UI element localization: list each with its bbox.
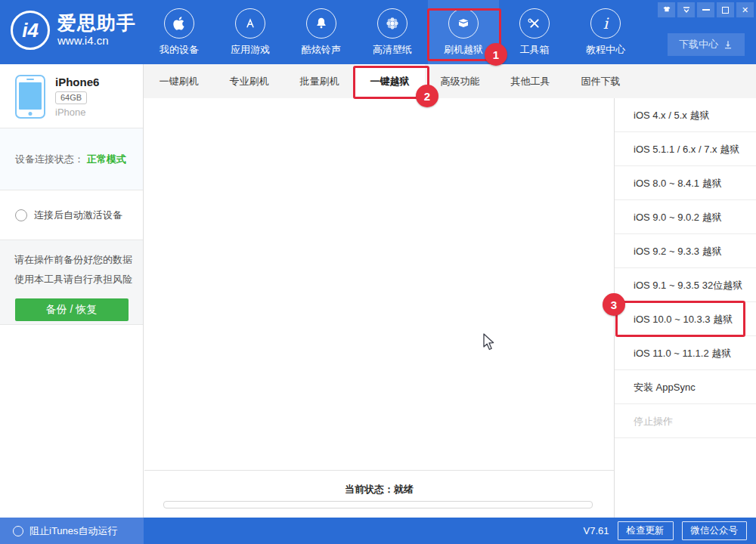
window-controls: ✕ bbox=[658, 2, 754, 17]
check-update-button[interactable]: 检查更新 bbox=[618, 521, 674, 540]
list-item-ios9-1-32bit[interactable]: iOS 9.1 ~ 9.3.5 32位越狱 bbox=[615, 268, 756, 302]
wechat-official-button[interactable]: 微信公众号 bbox=[682, 521, 748, 540]
nav-label: 我的设备 bbox=[160, 43, 199, 57]
connection-status-label: 设备连接状态： bbox=[15, 153, 84, 166]
app-title: 爱思助手 bbox=[57, 13, 136, 33]
list-item-install-appsync[interactable]: 安装 AppSync bbox=[615, 370, 756, 404]
app-logo: i4 爱思助手 www.i4.cn bbox=[11, 11, 136, 50]
list-item-ios9-2[interactable]: iOS 9.2 ~ 9.3.3 越狱 bbox=[615, 234, 756, 268]
nav-item-tutorials[interactable]: i 教程中心 bbox=[570, 0, 641, 64]
close-icon[interactable]: ✕ bbox=[736, 2, 754, 17]
download-icon bbox=[723, 39, 733, 50]
maximize-icon[interactable] bbox=[717, 2, 734, 17]
list-item-ios8[interactable]: iOS 8.0 ~ 8.4.1 越狱 bbox=[615, 166, 756, 200]
flower-icon bbox=[377, 8, 407, 39]
minimize-icon[interactable] bbox=[697, 2, 714, 17]
connection-status-value: 正常模式 bbox=[87, 153, 126, 166]
nav-label: 刷机越狱 bbox=[444, 43, 483, 57]
list-item-ios5-6-7[interactable]: iOS 5.1.1 / 6.x / 7.x 越狱 bbox=[615, 132, 756, 166]
main-nav: 我的设备 应用游戏 酷炫铃声 高清壁纸 bbox=[144, 0, 641, 64]
iphone-icon bbox=[15, 75, 45, 119]
block-itunes-label: 阻止iTunes自动运行 bbox=[29, 524, 118, 538]
status-zone: 当前状态：就绪 bbox=[144, 470, 614, 518]
download-center-button[interactable]: 下载中心 bbox=[668, 33, 745, 56]
nav-item-wallpapers[interactable]: 高清壁纸 bbox=[357, 0, 428, 64]
tab-one-key-jailbreak[interactable]: 一键越狱 bbox=[355, 64, 425, 98]
main-content: 当前状态：就绪 bbox=[144, 98, 614, 518]
device-capacity-badge: 64GB bbox=[55, 91, 87, 104]
backup-restore-button[interactable]: 备份 / 恢复 bbox=[15, 298, 129, 321]
footer-bar: 阻止iTunes自动运行 V7.61 检查更新 微信公众号 bbox=[0, 518, 756, 544]
nav-item-flash-jailbreak[interactable]: 刷机越狱 bbox=[428, 0, 499, 64]
app-window: i4 爱思助手 www.i4.cn 我的设备 应用游戏 bbox=[0, 0, 756, 544]
bell-icon bbox=[306, 8, 336, 39]
block-itunes-toggle[interactable]: 阻止iTunes自动运行 bbox=[0, 518, 144, 544]
theme-skin-icon[interactable] bbox=[658, 2, 675, 17]
nav-label: 工具箱 bbox=[520, 43, 550, 57]
collapse-icon[interactable] bbox=[677, 2, 695, 17]
tab-one-key-flash[interactable]: 一键刷机 bbox=[144, 64, 214, 98]
tab-pro-flash[interactable]: 专业刷机 bbox=[214, 64, 284, 98]
radio-circle-icon[interactable] bbox=[15, 209, 27, 221]
list-item-stop-operation[interactable]: 停止操作 bbox=[615, 404, 756, 438]
radio-circle-icon[interactable] bbox=[13, 526, 23, 536]
app-header: i4 爱思助手 www.i4.cn 我的设备 应用游戏 bbox=[0, 0, 756, 64]
warning-line-2: 使用本工具请自行承担风险 bbox=[0, 270, 143, 289]
nav-label: 教程中心 bbox=[586, 43, 625, 57]
nav-item-ringtones[interactable]: 酷炫铃声 bbox=[286, 0, 357, 64]
list-item-ios10[interactable]: iOS 10.0 ~ 10.3.3 越狱 bbox=[615, 302, 756, 336]
logo-i4-icon: i4 bbox=[11, 11, 50, 50]
device-name: iPhone6 bbox=[55, 75, 99, 89]
tab-firmware-download[interactable]: 固件下载 bbox=[565, 64, 636, 98]
device-model: iPhone bbox=[55, 107, 85, 118]
nav-item-toolbox[interactable]: 工具箱 bbox=[499, 0, 570, 64]
list-item-ios9-0[interactable]: iOS 9.0 ~ 9.0.2 越狱 bbox=[615, 200, 756, 234]
nav-label: 应用游戏 bbox=[231, 43, 270, 57]
package-icon bbox=[448, 8, 479, 39]
auto-activate-label: 连接后自动激活设备 bbox=[34, 209, 122, 222]
version-text: V7.61 bbox=[584, 525, 609, 536]
jailbreak-menu: iOS 4.x / 5.x 越狱 iOS 5.1.1 / 6.x / 7.x 越… bbox=[614, 98, 756, 518]
backup-warning-panel: 请在操作前备份好您的数据 使用本工具请自行承担风险 备份 / 恢复 bbox=[0, 240, 143, 325]
connection-status-row: 设备连接状态： 正常模式 bbox=[0, 128, 143, 190]
download-center-label: 下载中心 bbox=[679, 38, 718, 51]
list-item-ios4-5[interactable]: iOS 4.x / 5.x 越狱 bbox=[615, 98, 756, 132]
list-item-ios11[interactable]: iOS 11.0 ~ 11.1.2 越狱 bbox=[615, 336, 756, 370]
device-sidebar: iPhone6 64GB iPhone 设备连接状态： 正常模式 连接后自动激活… bbox=[0, 64, 144, 518]
nav-label: 酷炫铃声 bbox=[302, 43, 341, 57]
appstore-icon bbox=[235, 8, 265, 39]
auto-activate-toggle[interactable]: 连接后自动激活设备 bbox=[0, 190, 143, 240]
info-icon: i bbox=[590, 8, 621, 39]
device-card: iPhone6 64GB iPhone bbox=[0, 64, 143, 128]
nav-label: 高清壁纸 bbox=[373, 43, 412, 57]
tab-batch-flash[interactable]: 批量刷机 bbox=[284, 64, 355, 98]
progress-bar bbox=[163, 501, 593, 508]
nav-item-my-devices[interactable]: 我的设备 bbox=[144, 0, 215, 64]
tab-other-tools[interactable]: 其他工具 bbox=[495, 64, 565, 98]
tools-icon bbox=[519, 8, 550, 39]
nav-item-apps-games[interactable]: 应用游戏 bbox=[215, 0, 286, 64]
tab-advanced[interactable]: 高级功能 bbox=[425, 64, 495, 98]
warning-line-1: 请在操作前备份好您的数据 bbox=[0, 250, 143, 270]
subnav-tabs: 一键刷机 专业刷机 批量刷机 一键越狱 高级功能 其他工具 固件下载 bbox=[144, 64, 756, 98]
current-status-text: 当前状态：就绪 bbox=[144, 483, 614, 496]
apple-icon bbox=[164, 8, 194, 39]
app-url: www.i4.cn bbox=[57, 33, 136, 48]
